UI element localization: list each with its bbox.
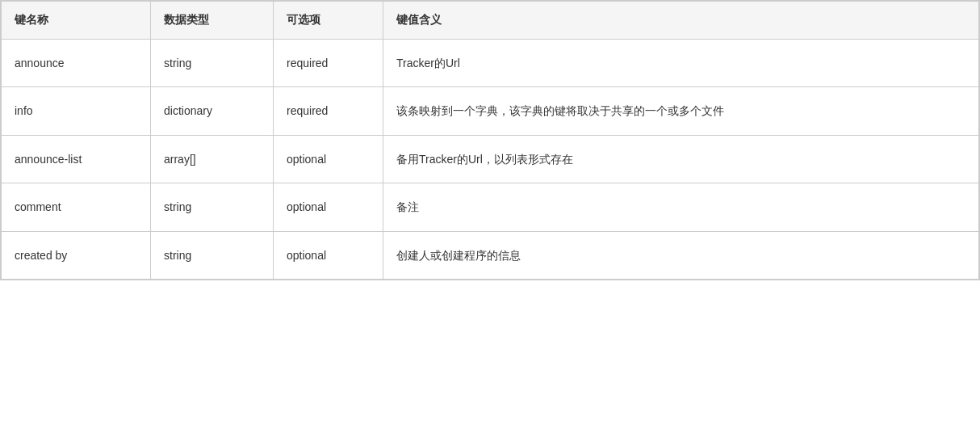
cell-optional: required bbox=[274, 87, 383, 135]
cell-optional: optional bbox=[274, 231, 383, 279]
data-table: 键名称 数据类型 可选项 键值含义 announcestringrequired… bbox=[1, 1, 979, 280]
cell-type: dictionary bbox=[151, 87, 274, 135]
cell-optional: optional bbox=[274, 183, 383, 231]
table-body: announcestringrequiredTracker的Urlinfodic… bbox=[2, 40, 979, 280]
table-row: commentstringoptional备注 bbox=[2, 183, 979, 231]
table-row: created bystringoptional创建人或创建程序的信息 bbox=[2, 231, 979, 279]
cell-key: announce-list bbox=[2, 135, 151, 183]
main-table-container: 键名称 数据类型 可选项 键值含义 announcestringrequired… bbox=[0, 0, 980, 280]
cell-meaning: 备注 bbox=[383, 183, 979, 231]
header-key: 键名称 bbox=[2, 2, 151, 40]
table-header-row: 键名称 数据类型 可选项 键值含义 bbox=[2, 2, 979, 40]
cell-meaning: 备用Tracker的Url，以列表形式存在 bbox=[383, 135, 979, 183]
header-type: 数据类型 bbox=[151, 2, 274, 40]
table-row: announce-listarray[]optional备用Tracker的Ur… bbox=[2, 135, 979, 183]
cell-key: announce bbox=[2, 40, 151, 87]
cell-type: array[] bbox=[151, 135, 274, 183]
table-row: infodictionaryrequired该条映射到一个字典，该字典的键将取决… bbox=[2, 87, 979, 135]
table-row: announcestringrequiredTracker的Url bbox=[2, 40, 979, 87]
cell-type: string bbox=[151, 183, 274, 231]
cell-optional: required bbox=[274, 40, 383, 87]
cell-meaning: Tracker的Url bbox=[383, 40, 979, 87]
cell-key: info bbox=[2, 87, 151, 135]
cell-type: string bbox=[151, 40, 274, 87]
header-meaning: 键值含义 bbox=[383, 2, 979, 40]
cell-optional: optional bbox=[274, 135, 383, 183]
cell-type: string bbox=[151, 231, 274, 279]
cell-meaning: 该条映射到一个字典，该字典的键将取决于共享的一个或多个文件 bbox=[383, 87, 979, 135]
cell-key: comment bbox=[2, 183, 151, 231]
header-optional: 可选项 bbox=[274, 2, 383, 40]
cell-key: created by bbox=[2, 231, 151, 279]
cell-meaning: 创建人或创建程序的信息 bbox=[383, 231, 979, 279]
